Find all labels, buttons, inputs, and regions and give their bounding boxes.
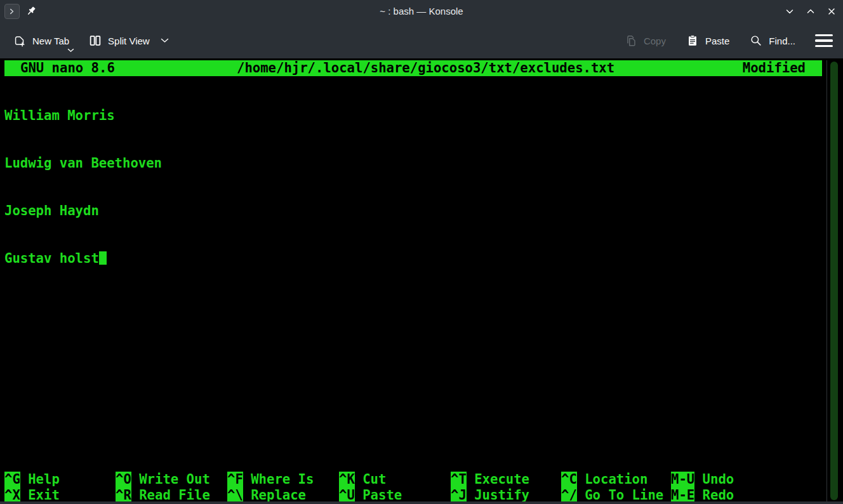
window-title: ~ : bash — Konsole — [0, 0, 843, 23]
shortcut-execute[interactable]: ^TExecute — [451, 472, 529, 487]
new-tab-button[interactable]: New Tab — [11, 28, 70, 53]
maximize-button[interactable] — [806, 6, 816, 17]
scrollbar-thumb[interactable] — [830, 62, 838, 500]
close-button[interactable] — [826, 6, 837, 17]
editor-line: William Morris — [4, 108, 162, 124]
shortcut-help[interactable]: ^GHelp — [4, 472, 60, 487]
window-controls — [785, 0, 837, 23]
shortcut-location[interactable]: ^CLocation — [561, 472, 647, 487]
toolbar-left-group: New Tab Split View — [11, 28, 170, 53]
new-tab-dropdown-caret-icon[interactable] — [67, 48, 74, 53]
nano-shortcut-row-1: ^GHelp ^OWrite Out ^FWhere Is ^KCut ^TEx… — [4, 472, 822, 487]
paste-button[interactable]: Paste — [684, 28, 731, 53]
shortcut-undo[interactable]: M-UUndo — [671, 472, 734, 487]
text-cursor — [99, 251, 107, 265]
minimize-button[interactable] — [785, 6, 795, 17]
copy-icon — [624, 34, 638, 48]
shortcut-where-is[interactable]: ^FWhere Is — [227, 472, 314, 487]
find-icon — [749, 34, 763, 48]
shortcut-cut[interactable]: ^KCut — [339, 472, 386, 487]
paste-icon — [686, 34, 700, 48]
split-view-dropdown-caret-icon[interactable] — [161, 38, 169, 43]
editor-text-area[interactable]: William Morris Ludwig van Beethoven Jose… — [4, 76, 162, 298]
editor-line: Ludwig van Beethoven — [4, 156, 162, 171]
nano-version: GNU nano 8.6 — [20, 60, 115, 76]
close-icon — [826, 6, 837, 17]
minimize-icon — [785, 6, 795, 17]
find-label: Find... — [769, 36, 795, 46]
split-view-button[interactable]: Split View — [87, 28, 170, 53]
toolbar: New Tab Split View — [0, 23, 843, 58]
new-tab-icon — [13, 34, 27, 48]
toolbar-right-group: Copy Paste Find... — [623, 28, 834, 53]
konsole-window: ~ : bash — Konsole — [0, 0, 843, 504]
find-button[interactable]: Find... — [748, 28, 797, 53]
paste-label: Paste — [705, 36, 729, 46]
shortcut-write-out[interactable]: ^OWrite Out — [116, 472, 210, 487]
nano-modified-badge: Modified — [743, 60, 806, 76]
editor-line: Gustav holst — [4, 251, 162, 267]
maximize-icon — [806, 6, 816, 17]
terminal-scrollbar[interactable] — [826, 60, 843, 501]
nano-filename: /home/hjr/.local/share/giocoso3/txt/excl… — [237, 60, 614, 76]
copy-button[interactable]: Copy — [623, 28, 667, 53]
copy-label: Copy — [644, 36, 666, 46]
hamburger-icon — [815, 34, 833, 36]
split-view-label: Split View — [108, 36, 150, 46]
split-view-icon — [88, 34, 102, 48]
titlebar: ~ : bash — Konsole — [0, 0, 843, 23]
terminal-screen[interactable]: GNU nano 8.6 /home/hjr/.local/share/gioc… — [0, 58, 843, 504]
window-bottom-edge — [0, 501, 843, 504]
editor-line: Joseph Haydn — [4, 203, 162, 219]
new-tab-label: New Tab — [32, 36, 69, 46]
nano-titlebar: GNU nano 8.6 /home/hjr/.local/share/gioc… — [4, 60, 822, 76]
hamburger-menu-button[interactable] — [814, 33, 834, 48]
